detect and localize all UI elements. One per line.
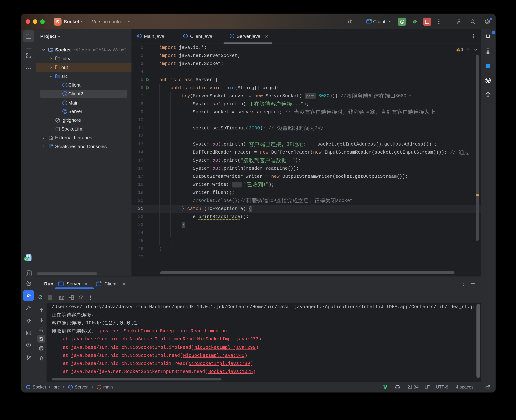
svg-text:C: C <box>69 385 72 389</box>
svg-text:C: C <box>184 34 187 38</box>
svg-text:C: C <box>138 34 141 38</box>
svg-text:C: C <box>231 34 233 38</box>
svg-text:C: C <box>64 110 66 113</box>
svg-text:C: C <box>64 92 66 96</box>
svg-text:C: C <box>64 83 66 87</box>
svg-text:m: m <box>98 386 100 389</box>
svg-text:C: C <box>64 101 66 105</box>
